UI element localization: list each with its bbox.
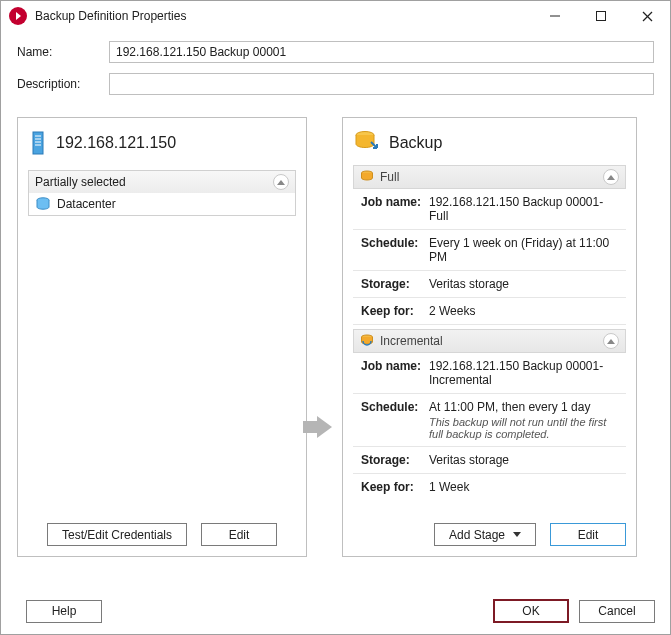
backup-panel-footer: Add Stage Edit	[353, 515, 626, 546]
server-icon	[28, 130, 48, 156]
source-edit-button[interactable]: Edit	[201, 523, 277, 546]
main-area: 192.168.121.150 Partially selected Datac…	[1, 111, 670, 557]
server-name: 192.168.121.150	[56, 134, 176, 152]
kv-value: At 11:00 PM, then every 1 day	[429, 400, 618, 414]
selection-item[interactable]: Datacenter	[29, 193, 295, 215]
kv-value: Every 1 week on (Friday) at 11:00 PM	[429, 236, 618, 264]
backup-header: Backup	[353, 130, 626, 155]
incremental-section-header[interactable]: Incremental	[353, 329, 626, 353]
kv-key: Job name:	[361, 359, 423, 387]
arrow-right-icon	[317, 416, 332, 438]
name-label: Name:	[17, 45, 109, 59]
svg-rect-2	[597, 12, 606, 21]
kv-value: 2 Weeks	[429, 304, 618, 318]
name-input[interactable]	[109, 41, 654, 63]
kv-value: 192.168.121.150 Backup 00001-Full	[429, 195, 618, 223]
window-title: Backup Definition Properties	[35, 9, 532, 23]
full-section-header[interactable]: Full	[353, 165, 626, 189]
kv-key: Storage:	[361, 277, 423, 291]
source-panel: 192.168.121.150 Partially selected Datac…	[17, 117, 307, 557]
kv-key: Schedule:	[361, 236, 423, 264]
close-button[interactable]	[624, 1, 670, 31]
add-stage-label: Add Stage	[449, 528, 505, 542]
incremental-icon	[360, 334, 374, 349]
schedule-note: This backup will not run until the first…	[429, 416, 618, 440]
kv-key: Job name:	[361, 195, 423, 223]
svg-marker-0	[16, 12, 21, 20]
backup-icon	[353, 130, 379, 155]
cancel-button[interactable]: Cancel	[579, 600, 655, 623]
full-section-label: Full	[380, 170, 597, 184]
form-area: Name: Description:	[1, 31, 670, 111]
collapse-icon	[273, 174, 289, 190]
full-icon	[360, 170, 374, 185]
kv-key: Keep for:	[361, 304, 423, 318]
kv-value: 1 Week	[429, 480, 618, 494]
add-stage-button[interactable]: Add Stage	[434, 523, 536, 546]
kv-key: Schedule:	[361, 400, 423, 440]
backup-edit-button[interactable]: Edit	[550, 523, 626, 546]
maximize-button[interactable]	[578, 1, 624, 31]
collapse-icon	[603, 169, 619, 185]
source-panel-footer: Test/Edit Credentials Edit	[28, 515, 296, 546]
ok-button[interactable]: OK	[493, 599, 569, 623]
kv-value: Veritas storage	[429, 453, 618, 467]
kv-key: Storage:	[361, 453, 423, 467]
app-logo-icon	[9, 7, 27, 25]
kv-value: 192.168.121.150 Backup 00001-Incremental	[429, 359, 618, 387]
svg-rect-5	[33, 132, 43, 154]
collapse-icon	[603, 333, 619, 349]
kv-key: Keep for:	[361, 480, 423, 494]
test-edit-credentials-button[interactable]: Test/Edit Credentials	[47, 523, 187, 546]
kv-value: Veritas storage	[429, 277, 618, 291]
arrow-column	[317, 117, 332, 557]
minimize-button[interactable]	[532, 1, 578, 31]
incremental-section-label: Incremental	[380, 334, 597, 348]
help-button[interactable]: Help	[26, 600, 102, 623]
chevron-down-icon	[513, 532, 521, 537]
titlebar: Backup Definition Properties	[1, 1, 670, 31]
selection-group-header[interactable]: Partially selected	[29, 171, 295, 193]
selection-group: Partially selected Datacenter	[28, 170, 296, 216]
backup-title: Backup	[389, 134, 442, 152]
description-label: Description:	[17, 77, 109, 91]
backup-panel: Backup Full Job name:192.168.121.150 Bac…	[342, 117, 637, 557]
bottom-bar: Help OK Cancel	[0, 589, 671, 635]
selection-item-label: Datacenter	[57, 197, 116, 211]
description-input[interactable]	[109, 73, 654, 95]
datacenter-icon	[35, 197, 51, 211]
selection-group-label: Partially selected	[35, 175, 126, 189]
server-header: 192.168.121.150	[28, 130, 296, 156]
